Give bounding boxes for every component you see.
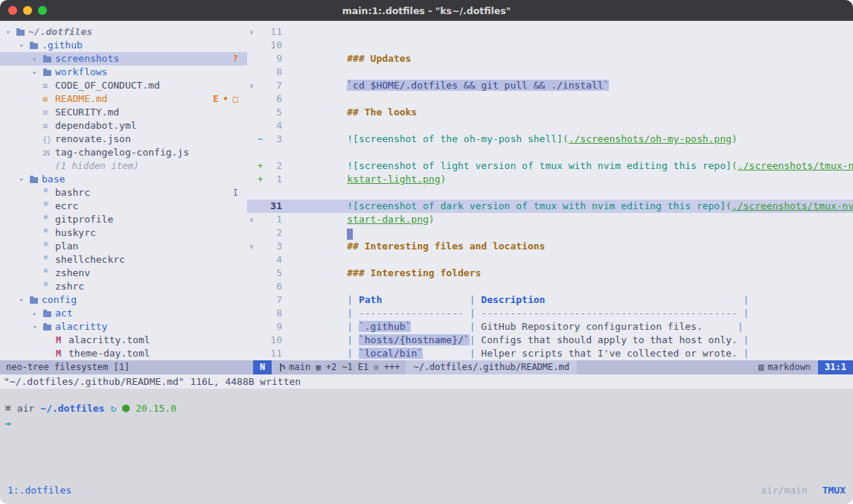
- line-text: [289, 92, 853, 106]
- expander-icon[interactable]: ▾: [19, 173, 29, 186]
- editor-line[interactable]: 10: [247, 39, 853, 52]
- tree-item[interactable]: README.md E•□: [0, 92, 247, 106]
- fold-icon[interactable]: [247, 280, 256, 293]
- editor-line[interactable]: + 2: [247, 159, 853, 173]
- tree-item[interactable]: renovate.json: [0, 133, 247, 146]
- editor-line[interactable]: 31: [247, 200, 853, 213]
- fold-icon[interactable]: ∨: [247, 240, 256, 253]
- editor-buffer[interactable]: ∨ 11 ### Updates 10: [247, 21, 853, 360]
- fold-icon[interactable]: [247, 267, 256, 280]
- tree-item[interactable]: shellcheckrc: [0, 253, 247, 267]
- fold-icon[interactable]: ∨: [247, 25, 256, 39]
- nvim-panes: ▾ ~/.dotfiles ▾ .github: [0, 21, 853, 360]
- expander-icon[interactable]: ▾: [6, 25, 16, 39]
- tree-item[interactable]: plan: [0, 240, 247, 253]
- fold-icon[interactable]: [247, 334, 256, 347]
- editor-line[interactable]: + 1 ![screenshot of dark version of tmux…: [247, 173, 853, 186]
- tmux-window-tab[interactable]: 1:.dotfiles: [7, 483, 71, 498]
- tree-item-label: screenshots: [55, 52, 119, 66]
- editor-line[interactable]: 9 | `local/bin` | Helper scripts that I'…: [247, 320, 853, 334]
- editor-line[interactable]: 8: [247, 66, 853, 79]
- fullscreen-button[interactable]: [38, 6, 47, 15]
- editor-line[interactable]: 5 ![screenshot of the oh-my-posh shell](…: [247, 106, 853, 119]
- editor-line[interactable]: 4: [247, 253, 853, 267]
- expander-icon[interactable]: ▸: [33, 52, 42, 66]
- editor-line[interactable]: ∨ 1 ## Interesting files and locations: [247, 213, 853, 226]
- editor-line[interactable]: 6: [247, 92, 853, 106]
- editor-line[interactable]: 11: [247, 347, 853, 360]
- editor-line[interactable]: 10 | `scripts` | Setup scripts. |: [247, 334, 853, 347]
- expander-icon[interactable]: ▾: [33, 320, 42, 334]
- tree-item[interactable]: alacritty.toml: [0, 334, 247, 347]
- editor-line[interactable]: 6 | ------------------ | ---------------…: [247, 280, 853, 293]
- tree-item[interactable]: dependabot.yml: [0, 119, 247, 133]
- fold-icon[interactable]: [247, 226, 256, 240]
- tree-item[interactable]: zshrc: [0, 280, 247, 293]
- expander-icon[interactable]: ▾: [19, 39, 29, 52]
- fold-icon[interactable]: [247, 133, 256, 146]
- tree-item-label: README.md: [55, 92, 107, 106]
- editor-line[interactable]: kstart-light.png): [247, 146, 853, 159]
- tree-item[interactable]: CODE_OF_CONDUCT.md: [0, 79, 247, 92]
- tree-item[interactable]: ▾ config: [0, 293, 247, 307]
- tree-item[interactable]: ▾ ~/.dotfiles: [0, 25, 247, 39]
- fold-icon[interactable]: [247, 39, 256, 52]
- editor-line[interactable]: 9 `cd $HOME/.dotfiles && git pull && ./i…: [247, 52, 853, 66]
- tree-item[interactable]: ▾ .github: [0, 39, 247, 52]
- file-icon: [42, 320, 55, 334]
- fold-icon[interactable]: [247, 52, 256, 66]
- shell-pane[interactable]: ⌘ air ~/.dotfiles ↻ 20.15.0 → 1:.dotfile…: [0, 389, 853, 504]
- shell-input[interactable]: [17, 418, 853, 430]
- fold-icon[interactable]: ∨: [247, 79, 256, 92]
- editor-line[interactable]: start-dark.png): [247, 186, 853, 200]
- tree-item[interactable]: theme-day.toml: [0, 347, 247, 360]
- tree-item[interactable]: tag-changelog-config.js: [0, 146, 247, 159]
- expander-icon[interactable]: ▾: [19, 293, 29, 307]
- tree-item[interactable]: SECURITY.md: [0, 106, 247, 119]
- expander-icon[interactable]: ▸: [33, 66, 42, 79]
- fold-icon[interactable]: [247, 253, 256, 267]
- fold-icon[interactable]: [247, 307, 256, 320]
- fold-icon[interactable]: [247, 92, 256, 106]
- editor-line[interactable]: 2: [247, 226, 853, 240]
- fold-icon[interactable]: [247, 119, 256, 133]
- fold-icon[interactable]: ∨: [247, 213, 256, 226]
- editor-line[interactable]: ∨ 11 ### Updates: [247, 25, 853, 39]
- tree-item[interactable]: ▾ alacritty: [0, 320, 247, 334]
- tmux-label: TMUX: [822, 483, 846, 498]
- editor-line[interactable]: 4: [247, 119, 853, 133]
- tree-item[interactable]: ▸ screenshots ?: [0, 52, 247, 66]
- tree-item[interactable]: gitprofile: [0, 213, 247, 226]
- editor-line[interactable]: ~ 3 ![screenshot of light version of tmu…: [247, 133, 853, 146]
- editor-line[interactable]: ∨ 7 ## The looks: [247, 79, 853, 92]
- fold-icon[interactable]: [247, 66, 256, 79]
- fold-icon[interactable]: [247, 106, 256, 119]
- editor-line[interactable]: ∨ 3 ### Interesting folders: [247, 240, 853, 253]
- close-button[interactable]: [8, 6, 17, 15]
- tree-item[interactable]: ▸ act: [0, 307, 247, 320]
- tree-item[interactable]: huskyrc: [0, 226, 247, 240]
- editor-line[interactable]: 7 | `.github` | GitHub Repository config…: [247, 293, 853, 307]
- minimize-button[interactable]: [23, 6, 32, 15]
- fold-icon[interactable]: [247, 159, 256, 173]
- tree-item[interactable]: (1 hidden item): [0, 159, 247, 173]
- fold-icon[interactable]: [247, 173, 256, 186]
- fold-icon[interactable]: [247, 320, 256, 334]
- fold-icon[interactable]: [247, 347, 256, 360]
- fold-icon[interactable]: [247, 146, 256, 159]
- expander-icon[interactable]: ▸: [33, 307, 42, 320]
- tree-item[interactable]: ▸ workflows: [0, 66, 247, 79]
- tree-item[interactable]: bashrc I: [0, 186, 247, 200]
- tree-item[interactable]: ▾ base: [0, 173, 247, 186]
- editor-line[interactable]: 8 | `hosts/{hostname}/`| Configs that sh…: [247, 307, 853, 320]
- line-text: | ------------------ | -----------------…: [289, 280, 853, 293]
- editor-line[interactable]: 5 | Path | Description |: [247, 267, 853, 280]
- fold-icon[interactable]: [247, 186, 256, 200]
- fold-icon[interactable]: [247, 293, 256, 307]
- tree-item[interactable]: zshenv: [0, 267, 247, 280]
- tree-item-label: alacritty: [55, 320, 107, 334]
- git-sign: [256, 280, 264, 293]
- fold-icon[interactable]: [247, 200, 256, 213]
- line-number: [264, 146, 289, 159]
- tree-item[interactable]: ecrc: [0, 200, 247, 213]
